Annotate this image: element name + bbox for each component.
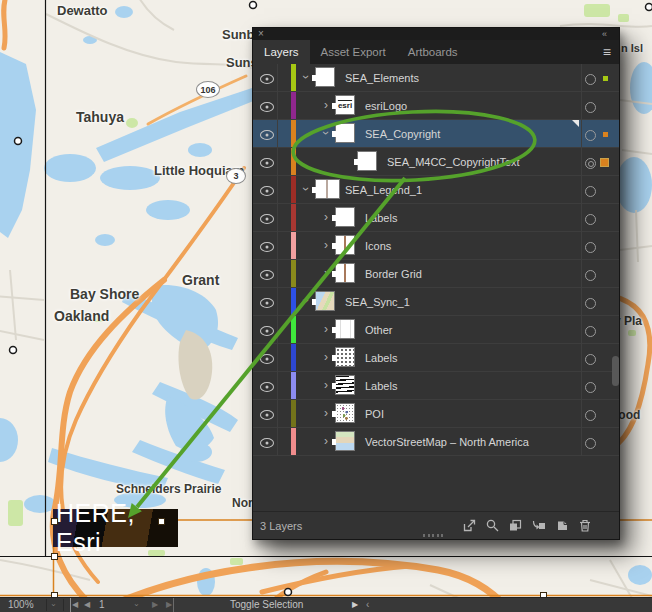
target-circle-icon[interactable]	[585, 130, 596, 141]
target-circle-icon[interactable]	[585, 102, 596, 113]
panel-menu-icon[interactable]: ≡	[603, 44, 611, 60]
collect-for-export-icon[interactable]	[463, 519, 476, 532]
layer-row[interactable]: ›SEA_Legend_1	[253, 176, 619, 204]
locate-object-icon[interactable]	[486, 519, 499, 532]
target-circle-icon[interactable]	[585, 382, 596, 393]
zoom-level[interactable]: 100%	[8, 598, 34, 612]
visibility-eye-icon[interactable]	[260, 438, 274, 448]
visibility-eye-icon[interactable]	[260, 354, 274, 364]
delete-selection-icon[interactable]	[579, 519, 591, 532]
layer-row[interactable]: ›esriesriLogo	[253, 92, 619, 120]
layer-name[interactable]: SEA_Copyright	[365, 128, 440, 140]
disclosure-chevron-icon[interactable]: ›	[321, 434, 331, 448]
selection-anchor[interactable]	[51, 518, 58, 525]
white-thumbnail[interactable]	[357, 151, 377, 171]
layer-name[interactable]: Icons	[365, 240, 391, 252]
target-circle-icon[interactable]	[585, 438, 596, 449]
close-icon[interactable]: ×	[258, 28, 264, 40]
disclosure-chevron-icon[interactable]: ›	[299, 184, 313, 194]
visibility-eye-icon[interactable]	[260, 186, 274, 196]
collapse-panel-icon[interactable]: «	[602, 28, 607, 40]
play-icon[interactable]: ▶	[352, 598, 358, 612]
scrollbar-thumb[interactable]	[612, 356, 619, 386]
layer-row[interactable]: ›SEA_Sync_1	[253, 288, 619, 316]
target-circle-icon[interactable]	[585, 410, 596, 421]
layer-name[interactable]: SEA_Legend_1	[345, 184, 422, 196]
disclosure-chevron-icon[interactable]: ›	[321, 266, 331, 280]
layer-row[interactable]: SEA_M4CC_CopyrightText	[253, 148, 619, 176]
selection-anchor[interactable]	[51, 553, 58, 560]
target-circle-icon[interactable]	[585, 298, 596, 309]
white-lines-thumbnail[interactable]	[335, 319, 355, 339]
disclosure-chevron-icon[interactable]: ›	[321, 322, 331, 336]
status-field[interactable]: Toggle Selection	[230, 598, 303, 612]
layer-name[interactable]: Labels	[365, 212, 397, 224]
layer-name[interactable]: SEA_M4CC_CopyrightText	[387, 156, 520, 168]
disclosure-chevron-icon[interactable]: ›	[319, 128, 333, 138]
disclosure-chevron-icon[interactable]: ›	[299, 72, 313, 82]
visibility-eye-icon[interactable]	[260, 102, 274, 112]
visibility-eye-icon[interactable]	[260, 242, 274, 252]
white-thumbnail[interactable]	[335, 207, 355, 227]
panel-titlebar[interactable]: × «	[253, 28, 619, 40]
create-new-sublayer-icon[interactable]	[532, 519, 546, 532]
layer-name[interactable]: SEA_Elements	[345, 72, 419, 84]
white-thumbnail[interactable]	[315, 67, 335, 87]
target-circle-icon[interactable]	[585, 354, 596, 365]
last-artboard-icon[interactable]: ▶	[166, 598, 174, 612]
layer-name[interactable]: VectorStreetMap – North America	[365, 436, 529, 448]
next-artboard-icon[interactable]: ▶	[152, 598, 158, 612]
panel-resize-grip[interactable]	[423, 534, 445, 537]
layer-name[interactable]: Border Grid	[365, 268, 422, 280]
disclosure-chevron-icon[interactable]: ›	[321, 406, 331, 420]
vline-thumbnail[interactable]	[335, 235, 355, 255]
artboard-dropdown-icon[interactable]: ›	[129, 604, 143, 607]
visibility-eye-icon[interactable]	[260, 298, 274, 308]
artboard-number[interactable]: 1	[99, 598, 105, 612]
visibility-eye-icon[interactable]	[260, 214, 274, 224]
previous-artboard-icon[interactable]: ◀	[84, 598, 90, 612]
layer-row[interactable]: ›Border Grid	[253, 260, 619, 288]
scribble-thumbnail[interactable]	[335, 375, 355, 395]
layer-row[interactable]: ›SEA_Elements	[253, 64, 619, 92]
tab-asset-export[interactable]: Asset Export	[310, 40, 397, 64]
disclosure-chevron-icon[interactable]: ›	[321, 350, 331, 364]
legend-pair-thumbnail[interactable]	[315, 179, 340, 199]
esri-thumbnail[interactable]: esri	[335, 95, 355, 115]
disclosure-chevron-icon[interactable]: ›	[321, 238, 331, 252]
visibility-eye-icon[interactable]	[260, 326, 274, 336]
layer-row[interactable]: ›Labels	[253, 204, 619, 232]
layer-row[interactable]: ›Icons	[253, 232, 619, 260]
layer-name[interactable]: Labels	[365, 380, 397, 392]
layer-row[interactable]: ›POI	[253, 400, 619, 428]
target-circle-icon[interactable]	[585, 186, 596, 197]
disclosure-chevron-icon[interactable]: ›	[321, 210, 331, 224]
target-circle-icon[interactable]	[585, 158, 596, 169]
visibility-eye-icon[interactable]	[260, 410, 274, 420]
layer-row[interactable]: ›Labels	[253, 344, 619, 372]
map-tan-thumbnail[interactable]	[335, 431, 355, 451]
visibility-eye-icon[interactable]	[260, 382, 274, 392]
disclosure-chevron-icon[interactable]: ›	[321, 98, 331, 112]
layer-name[interactable]: POI	[365, 408, 384, 420]
target-circle-icon[interactable]	[585, 326, 596, 337]
white-thumbnail[interactable]	[335, 123, 355, 143]
visibility-eye-icon[interactable]	[260, 270, 274, 280]
tab-layers[interactable]: Layers	[253, 40, 310, 64]
tab-artboards[interactable]: Artboards	[397, 40, 469, 64]
layer-row[interactable]: ›VectorStreetMap – North America	[253, 428, 619, 456]
layer-name[interactable]: Other	[365, 324, 393, 336]
copyright-text-object[interactable]: HERE, Esri	[53, 509, 178, 547]
target-circle-icon[interactable]	[585, 270, 596, 281]
layer-name[interactable]: esriLogo	[365, 100, 407, 112]
map-blue-thumbnail[interactable]	[315, 291, 335, 311]
target-circle-icon[interactable]	[585, 242, 596, 253]
layer-row[interactable]: ›Other	[253, 316, 619, 344]
first-artboard-icon[interactable]: ◀	[70, 598, 78, 612]
disclosure-chevron-icon[interactable]: ›	[321, 378, 331, 392]
speckle-thumbnail[interactable]	[335, 347, 355, 367]
chevron-left-icon[interactable]: ‹	[366, 598, 369, 612]
vline-thumbnail[interactable]	[335, 263, 355, 283]
visibility-eye-icon[interactable]	[260, 130, 274, 140]
layer-name[interactable]: Labels	[365, 352, 397, 364]
